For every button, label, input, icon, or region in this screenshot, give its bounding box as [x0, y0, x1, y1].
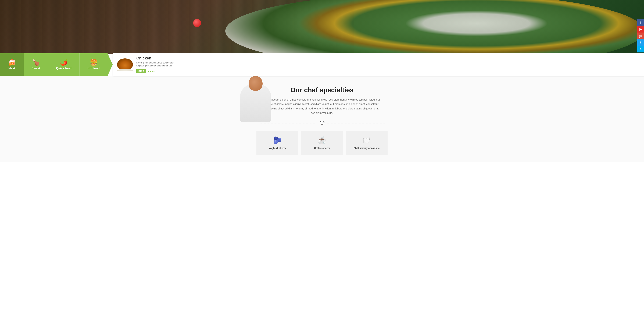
quick-food-icon: 🌶️: [60, 59, 68, 66]
chicken-plate: [117, 69, 134, 71]
tab-meat[interactable]: 🍰 Meat: [0, 53, 24, 76]
tab-hot-food[interactable]: 🍔 Hot food: [80, 53, 108, 76]
tab-sweet[interactable]: 🍗 Sweet: [24, 53, 48, 76]
yoghurt-icon: 🫐: [260, 136, 295, 144]
featured-item-description: Lorem ipsum dolor sit amet, consectetur …: [136, 61, 175, 67]
featured-item-image: [117, 58, 133, 71]
coffee-icon: ☕: [304, 136, 340, 144]
chef-title-bold: specialties: [320, 86, 354, 94]
chef-body: [240, 84, 271, 122]
price-badge: $123: [136, 69, 146, 73]
quick-food-label: Quick food: [56, 67, 72, 70]
meat-label: Meat: [8, 67, 15, 70]
featured-item-name: Chicken: [136, 56, 175, 60]
twitter-button[interactable]: t: [637, 39, 644, 46]
chef-head: [248, 76, 262, 91]
speech-bubble-icon: 💬: [317, 121, 327, 125]
category-bar: 🍰 Meat 🍗 Sweet 🌶️ Quick food 🍔 Hot food …: [0, 53, 644, 76]
chef-section: Our chef specialties Lorem ipsum dolor s…: [0, 76, 644, 162]
facebook-button[interactable]: f: [637, 19, 644, 26]
tomato-decoration: [193, 19, 201, 27]
specialty-card-yoghurt: 🫐 Yoghurt cherry: [256, 131, 298, 155]
hot-food-label: Hot food: [88, 67, 100, 70]
googleplus-button[interactable]: g+: [637, 32, 644, 39]
featured-panel: Chicken Lorem ipsum dolor sit amet, cons…: [113, 53, 644, 76]
specialty-card-chilli: 🍽️ Chilli cherry chokolate: [346, 131, 388, 155]
hot-food-icon: 🍔: [90, 59, 98, 66]
hero-background: [0, 0, 644, 54]
featured-item-info: Chicken Lorem ipsum dolor sit amet, cons…: [136, 56, 175, 73]
chilli-name: Chilli cherry chokolate: [354, 147, 380, 150]
meat-icon: 🍰: [8, 59, 16, 66]
tab-quick-food[interactable]: 🌶️ Quick food: [48, 53, 80, 76]
featured-item-actions: $123 More: [136, 69, 175, 73]
wavy-divider: 💬: [243, 120, 401, 126]
social-sidebar: f ▶ g+ t s: [637, 19, 644, 52]
sweet-icon: 🍗: [32, 59, 40, 66]
chef-description: Lorem ipsum dolor sit amet, consetetur s…: [262, 98, 382, 115]
skype-button[interactable]: s: [637, 46, 644, 52]
more-link[interactable]: More: [148, 70, 155, 72]
coffee-name: Coffee cherry: [314, 147, 330, 150]
chicken-illustration: [117, 58, 133, 70]
category-tabs-container: 🍰 Meat 🍗 Sweet 🌶️ Quick food 🍔 Hot food: [0, 53, 113, 76]
chilli-icon: 🍽️: [349, 136, 384, 144]
hero-section: [0, 0, 644, 54]
specialty-card-coffee: ☕ Coffee cherry: [301, 131, 343, 155]
chef-section-inner: Our chef specialties Lorem ipsum dolor s…: [243, 86, 401, 126]
youtube-button[interactable]: ▶: [637, 26, 644, 32]
sweet-label: Sweet: [32, 67, 40, 70]
yoghurt-name: Yoghurt cherry: [269, 147, 286, 150]
chef-title-regular: Our chef: [290, 86, 320, 94]
